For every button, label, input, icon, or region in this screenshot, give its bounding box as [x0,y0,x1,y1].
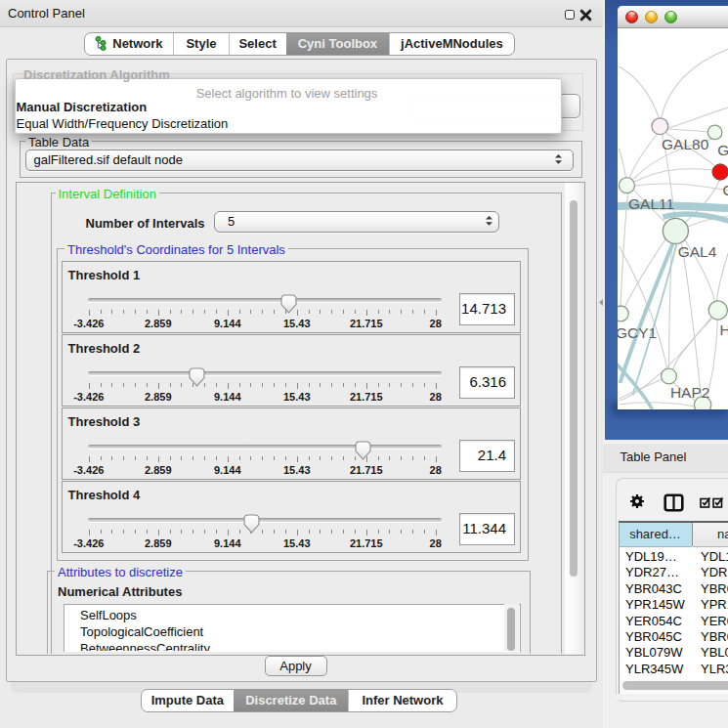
svg-text:GA: GA [717,142,728,158]
svg-text:HAP2: HAP2 [669,384,709,401]
svg-text:GAL80: GAL80 [662,136,709,152]
svg-text:GCY1: GCY1 [618,324,657,341]
svg-text:GAL11: GAL11 [628,195,674,212]
svg-text:CY: CY [722,182,728,198]
svg-text:HI: HI [719,321,728,338]
svg-text:GAL4: GAL4 [677,243,716,260]
